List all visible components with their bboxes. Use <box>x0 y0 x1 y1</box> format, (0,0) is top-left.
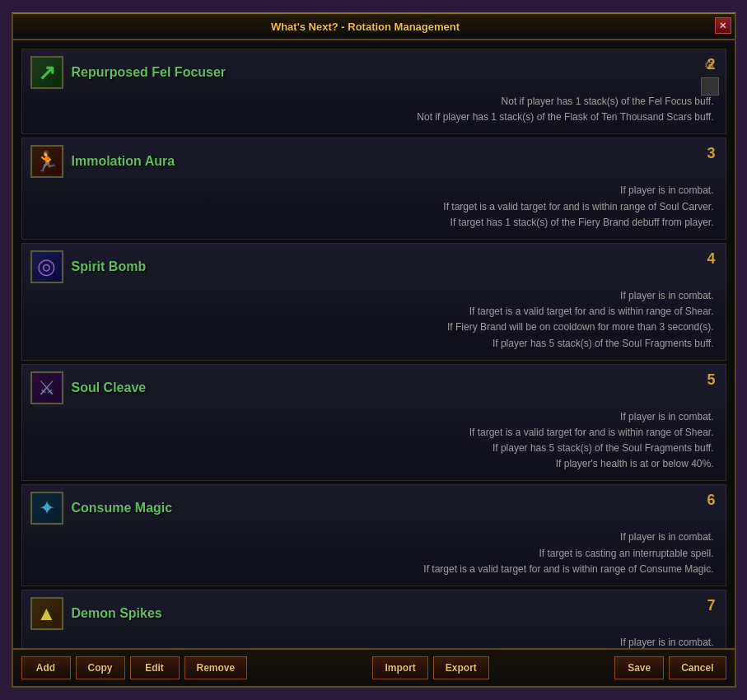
spell-header: ✦ Consume Magic <box>30 492 717 525</box>
condition-text: If player's health is at or below 40%. <box>30 456 714 472</box>
spell-header: ↗ Repurposed Fel Focuser <box>30 56 717 89</box>
spell-icon-repurposed-fel-focuser: ↗ <box>30 56 63 89</box>
edit-button[interactable]: Edit <box>130 656 180 679</box>
save-button[interactable]: Save <box>614 656 664 679</box>
spell-icon-demon-spikes: ▲ <box>30 597 63 630</box>
spell-conditions-immolation-aura: If player is in combat.If target is a va… <box>30 183 717 231</box>
middle-buttons: Import Export <box>372 656 488 679</box>
spell-header: ▲ Demon Spikes <box>30 597 717 630</box>
condition-text: If player is in combat. <box>30 183 714 198</box>
right-buttons: Save Cancel <box>614 656 726 679</box>
left-buttons: Add Copy Edit Remove <box>21 656 248 679</box>
condition-text: If target is a valid target for and is w… <box>30 425 714 441</box>
spell-conditions-soul-cleave: If player is in combat.If target is a va… <box>30 409 717 473</box>
condition-text: If target is casting an interruptable sp… <box>30 546 714 562</box>
spell-conditions-spirit-bomb: If player is in combat.If target is a va… <box>30 288 717 352</box>
main-window: What's Next? - Rotation Management ✕ ↗ R… <box>12 12 736 688</box>
close-button[interactable]: ✕ <box>715 17 731 34</box>
import-button[interactable]: Import <box>372 656 427 679</box>
spell-number-spirit-bomb: 4 <box>707 250 715 268</box>
condition-text: If target is a valid target for and is w… <box>30 562 714 577</box>
condition-text: Not if player has 1 stack(s) of the Flas… <box>30 110 714 125</box>
window-title: What's Next? - Rotation Management <box>271 21 460 33</box>
spell-item-spirit-bomb[interactable]: ◎ Spirit Bomb 4 If player is in combat.I… <box>21 243 726 361</box>
spell-icon-spirit-bomb: ◎ <box>30 250 63 283</box>
spell-item-immolation-aura[interactable]: 🏃 Immolation Aura 3 If player is in comb… <box>21 138 726 240</box>
spell-list: ↗ Repurposed Fel Focuser 2 Not if player… <box>21 49 726 648</box>
spell-name-consume-magic: Consume Magic <box>72 501 717 516</box>
spell-scroll-area: ↗ Repurposed Fel Focuser 2 Not if player… <box>13 40 735 648</box>
small-config-square[interactable] <box>701 77 719 96</box>
condition-text: If target is a valid target for and is w… <box>30 304 714 320</box>
condition-text: If player has 5 stack(s) of the Soul Fra… <box>30 441 714 456</box>
spell-conditions-repurposed-fel-focuser: Not if player has 1 stack(s) of the Fel … <box>30 94 717 125</box>
spell-item-repurposed-fel-focuser[interactable]: ↗ Repurposed Fel Focuser 2 Not if player… <box>21 49 726 134</box>
spell-header: ⚔ Soul Cleave <box>30 371 717 404</box>
spell-name-soul-cleave: Soul Cleave <box>72 380 717 395</box>
spell-icon-consume-magic: ✦ <box>30 492 63 525</box>
spell-number-immolation-aura: 3 <box>707 145 715 162</box>
spell-number-demon-spikes: 7 <box>707 597 715 614</box>
spell-item-demon-spikes[interactable]: ▲ Demon Spikes 7 If player is in combat.… <box>21 590 726 648</box>
add-button[interactable]: Add <box>21 656 71 679</box>
condition-text: If player is in combat. <box>30 530 714 545</box>
export-button[interactable]: Export <box>433 656 489 679</box>
cancel-button[interactable]: Cancel <box>669 656 726 679</box>
condition-text: If player has 5 stack(s) of the Soul Fra… <box>30 336 714 352</box>
spell-header: ◎ Spirit Bomb <box>30 250 717 283</box>
spell-name-repurposed-fel-focuser: Repurposed Fel Focuser <box>72 65 717 80</box>
spell-item-soul-cleave[interactable]: ⚔ Soul Cleave 5 If player is in combat.I… <box>21 364 726 482</box>
condition-text: If Fiery Brand will be on cooldown for m… <box>30 320 714 335</box>
condition-text: If target is a valid target for and is w… <box>30 199 714 215</box>
spell-conditions-consume-magic: If player is in combat.If target is cast… <box>30 530 717 577</box>
condition-text: If player is in combat. <box>30 409 714 425</box>
condition-text: If player is in combat. <box>30 635 714 648</box>
spell-conditions-demon-spikes: If player is in combat.If Demon Spikes h… <box>30 635 717 648</box>
spell-name-spirit-bomb: Spirit Bomb <box>72 259 717 274</box>
spell-item-consume-magic[interactable]: ✦ Consume Magic 6 If player is in combat… <box>21 484 726 586</box>
spell-name-demon-spikes: Demon Spikes <box>72 606 717 621</box>
config-icon[interactable]: ⚙ <box>701 56 719 74</box>
spell-number-soul-cleave: 5 <box>707 371 715 389</box>
condition-text: If player is in combat. <box>30 288 714 304</box>
remove-button[interactable]: Remove <box>184 656 248 679</box>
condition-text: Not if player has 1 stack(s) of the Fel … <box>30 94 714 110</box>
bottom-bar: Add Copy Edit Remove Import Export Save … <box>13 648 735 686</box>
title-bar: What's Next? - Rotation Management ✕ <box>13 14 735 40</box>
spell-number-consume-magic: 6 <box>707 492 715 509</box>
copy-button[interactable]: Copy <box>76 656 125 679</box>
spell-icon-immolation-aura: 🏃 <box>30 145 63 178</box>
spell-name-immolation-aura: Immolation Aura <box>72 154 717 169</box>
condition-text: If target has 1 stack(s) of the Fiery Br… <box>30 215 714 231</box>
spell-header: 🏃 Immolation Aura <box>30 145 717 178</box>
spell-icon-soul-cleave: ⚔ <box>30 371 63 404</box>
